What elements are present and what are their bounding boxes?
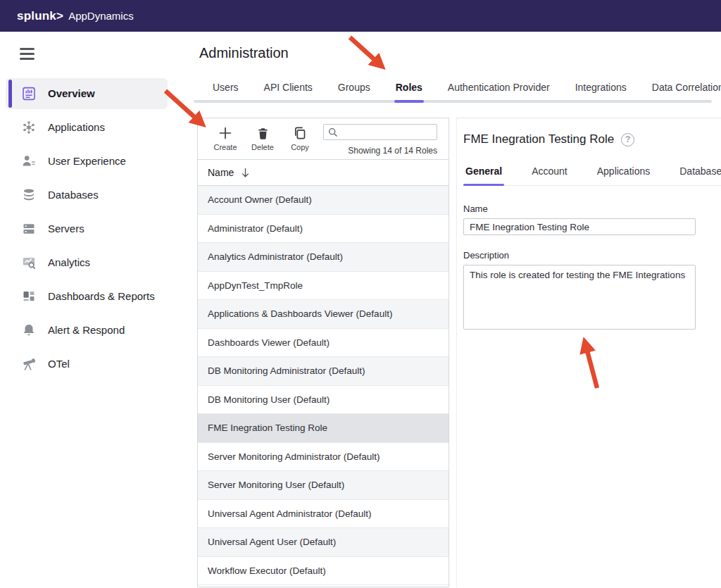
roles-search-input[interactable] (323, 124, 437, 140)
roles-toolbar: Create Delete Copy (198, 118, 449, 160)
role-row-dashboards-viewer-default[interactable]: Dashboards Viewer (Default) (198, 329, 449, 358)
roles-list-panel: Create Delete Copy (197, 118, 449, 587)
role-row-universal-agent-user-default[interactable]: Universal Agent User (Default) (198, 528, 449, 557)
splunk-appdynamics-logo: splunk> AppDynamics (17, 9, 134, 23)
role-row-fme-inegration-testing-role[interactable]: FME Inegration Testing Role (198, 414, 449, 443)
admin-tab-authentication-provider[interactable]: Authentication Provider (446, 82, 551, 103)
sidebar-item-label: User Experience (48, 155, 126, 167)
role-description-textarea[interactable]: This role is created for testing the FME… (463, 265, 696, 330)
role-row-appdyntest-tmprole[interactable]: AppDynTest_TmpRole (198, 272, 449, 301)
role-name-input[interactable] (463, 218, 696, 235)
role-row-applications-dashboards-viewer-default[interactable]: Applications & Dashboards Viewer (Defaul… (198, 300, 449, 329)
overview-icon (21, 86, 37, 101)
admin-tab-data-correlation[interactable]: Data Correlation (651, 82, 721, 103)
otel-icon (21, 356, 37, 372)
analytics-icon (21, 255, 37, 270)
sort-descending-icon[interactable] (241, 168, 250, 178)
sidebar-item-analytics[interactable]: Analytics (6, 247, 168, 278)
role-row-workflow-executor-default[interactable]: Workflow Executor (Default) (198, 557, 449, 586)
role-row-db-monitoring-administrator-default[interactable]: DB Monitoring Administrator (Default) (198, 357, 449, 386)
dashboards-icon (21, 289, 37, 304)
sidebar-item-dashboards-reports[interactable]: Dashboards & Reports (6, 281, 168, 312)
roles-list: Account Owner (Default) Administrator (D… (198, 186, 449, 587)
main-content: Administration Users API Clients Groups … (183, 32, 721, 588)
top-bar: splunk> AppDynamics (0, 0, 721, 32)
admin-tab-api-clients[interactable]: API Clients (263, 82, 314, 103)
copy-button[interactable]: Copy (282, 124, 318, 151)
copy-icon (282, 124, 318, 142)
role-row-server-monitoring-user-default[interactable]: Server Monitoring User (Default) (198, 471, 449, 500)
sidebar: Overview Applications User Experience Da… (0, 32, 183, 588)
help-icon[interactable]: ? (621, 133, 634, 146)
sidebar-item-otel[interactable]: OTel (6, 349, 168, 380)
sidebar-item-label: Alert & Respond (48, 324, 125, 336)
role-row-analytics-administrator-default[interactable]: Analytics Administrator (Default) (198, 243, 449, 272)
delete-button[interactable]: Delete (245, 124, 280, 151)
sidebar-item-label: Applications (48, 121, 105, 133)
trash-icon (245, 124, 280, 142)
sidebar-item-label: OTel (48, 358, 70, 370)
databases-icon (21, 187, 37, 203)
panels-row: Create Delete Copy (197, 118, 721, 587)
admin-tab-groups[interactable]: Groups (337, 82, 372, 103)
role-tab-databases[interactable]: Databases (677, 165, 721, 186)
sidebar-item-databases[interactable]: Databases (6, 180, 168, 211)
alert-icon (21, 323, 37, 338)
admin-tab-bar: Users API Clients Groups Roles Authentic… (183, 70, 721, 103)
role-tab-account[interactable]: Account (529, 165, 570, 186)
role-detail-panel: FME Inegration Testing Role ? General Ac… (456, 118, 721, 587)
search-icon (328, 127, 338, 140)
page-title: Administration (199, 45, 721, 61)
sidebar-item-servers[interactable]: Servers (6, 213, 168, 244)
admin-tab-integrations[interactable]: Integrations (574, 82, 628, 103)
splunk-logo-text: splunk> (17, 9, 63, 23)
role-tab-applications[interactable]: Applications (595, 165, 653, 186)
appdynamics-logo-text: AppDynamics (68, 10, 134, 22)
hamburger-menu-icon[interactable] (20, 48, 35, 60)
name-column-header[interactable]: Name (198, 160, 449, 186)
sidebar-item-alert-respond[interactable]: Alert & Respond (6, 315, 168, 346)
sidebar-item-label: Overview (48, 87, 95, 99)
role-general-form: Name Description This role is created fo… (463, 204, 721, 332)
sidebar-item-label: Servers (48, 223, 84, 234)
user-experience-icon (21, 154, 37, 169)
role-row-account-owner-default[interactable]: Account Owner (Default) (198, 186, 449, 215)
servers-icon (21, 221, 37, 237)
role-row-universal-agent-administrator-default[interactable]: Universal Agent Administrator (Default) (198, 500, 449, 529)
role-row-server-monitoring-administrator-default[interactable]: Server Monitoring Administrator (Default… (198, 443, 449, 472)
description-field-label: Description (463, 250, 721, 261)
roles-search-area: Showing 14 of 14 Roles (323, 124, 437, 156)
admin-tab-users[interactable]: Users (211, 82, 240, 103)
name-field-label: Name (463, 204, 721, 214)
applications-icon (21, 120, 37, 135)
sidebar-item-label: Databases (48, 189, 99, 201)
role-row-db-monitoring-user-default[interactable]: DB Monitoring User (Default) (198, 386, 449, 415)
sidebar-item-overview[interactable]: Overview (6, 78, 168, 109)
role-detail-tab-bar: General Account Applications Databases (463, 165, 721, 186)
showing-count-text: Showing 14 of 14 Roles (323, 146, 437, 156)
plus-icon (208, 124, 243, 142)
sidebar-item-label: Dashboards & Reports (48, 290, 155, 302)
admin-tab-roles[interactable]: Roles (394, 82, 424, 103)
sidebar-item-user-experience[interactable]: User Experience (6, 146, 168, 177)
sidebar-item-applications[interactable]: Applications (6, 112, 168, 143)
role-detail-title: FME Inegration Testing Role (463, 132, 614, 146)
sidebar-nav: Overview Applications User Experience Da… (0, 78, 183, 380)
sidebar-item-label: Analytics (48, 256, 90, 268)
create-button[interactable]: Create (208, 124, 243, 151)
role-tab-general[interactable]: General (463, 165, 504, 186)
role-row-administrator-default[interactable]: Administrator (Default) (198, 215, 449, 244)
